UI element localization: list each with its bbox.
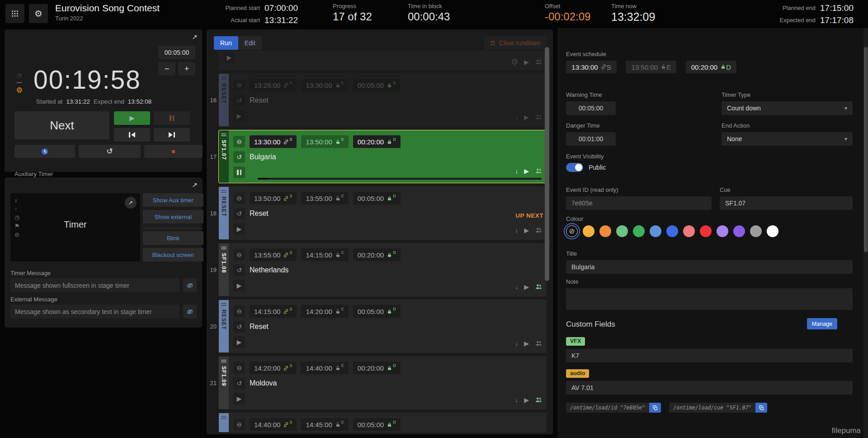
cue-bar[interactable]: RESET bbox=[219, 187, 229, 239]
timer-type-select[interactable]: Count down ▾ bbox=[722, 101, 853, 115]
row-play-button[interactable]: ▶ bbox=[233, 223, 245, 235]
cue-input[interactable] bbox=[720, 196, 853, 210]
add-time-button[interactable]: + bbox=[178, 62, 195, 76]
next-button[interactable]: Next bbox=[14, 111, 109, 139]
row-duration-chip[interactable]: 00:05:00D bbox=[353, 192, 401, 205]
expand-messages-icon[interactable]: ↗ bbox=[192, 181, 198, 189]
row-duration-chip[interactable]: 00:20:00D bbox=[353, 135, 401, 148]
drag-handle-icon[interactable] bbox=[221, 133, 226, 137]
colour-swatch[interactable] bbox=[750, 225, 762, 237]
play-icon[interactable]: ▶ bbox=[524, 396, 529, 404]
rundown-row-partial[interactable]: ⊖ 14:40:00S 14:45:00E 00:05:00D bbox=[207, 413, 547, 433]
blackout-screen-button[interactable]: Blackout screen bbox=[143, 248, 203, 262]
cue-bar[interactable]: SF1.07 bbox=[219, 130, 229, 183]
copy-cue-button[interactable] bbox=[755, 403, 767, 413]
timer-message-input[interactable] bbox=[10, 278, 179, 292]
external-message-input[interactable] bbox=[10, 305, 179, 319]
warning-time-input[interactable] bbox=[566, 101, 616, 115]
drag-handle-icon[interactable] bbox=[221, 302, 226, 307]
row-reload-button[interactable]: ↺ bbox=[233, 95, 245, 106]
external-message-visibility-button[interactable] bbox=[183, 305, 197, 319]
play-icon[interactable]: ▶ bbox=[524, 340, 529, 347]
people-icon[interactable] bbox=[535, 113, 542, 121]
colour-swatch[interactable] bbox=[599, 225, 611, 237]
stop-button[interactable]: ■ bbox=[144, 145, 203, 158]
row-skip-button[interactable]: ⊖ bbox=[233, 419, 245, 430]
blink-button[interactable]: Blink bbox=[143, 231, 203, 245]
cue-bar[interactable]: SF1.08 bbox=[219, 243, 229, 296]
colour-swatch[interactable] bbox=[650, 225, 661, 237]
row-play-button[interactable]: ▶ bbox=[233, 393, 245, 405]
show-external-button[interactable]: Show external bbox=[143, 210, 203, 224]
people-icon[interactable] bbox=[535, 339, 542, 347]
colour-swatch[interactable] bbox=[733, 225, 745, 237]
row-start-chip[interactable]: 14:40:00S bbox=[250, 418, 297, 431]
manage-custom-fields-button[interactable]: Manage bbox=[807, 318, 837, 329]
people-icon[interactable] bbox=[535, 283, 542, 290]
row-end-chip[interactable]: 14:40:00E bbox=[301, 362, 348, 374]
colour-swatch[interactable] bbox=[717, 225, 728, 237]
row-end-chip[interactable]: 13:55:00E bbox=[301, 192, 348, 205]
editor-scrollbar-thumb[interactable] bbox=[864, 47, 868, 252]
row-duration-chip[interactable]: 00:20:00D bbox=[353, 248, 401, 261]
title-input[interactable] bbox=[566, 260, 853, 274]
arrow-down-icon[interactable]: ↓ bbox=[515, 396, 518, 404]
time-mode-button[interactable] bbox=[14, 145, 75, 158]
pause-button[interactable] bbox=[154, 111, 190, 125]
row-skip-button[interactable]: ⊖ bbox=[233, 362, 245, 374]
people-icon[interactable] bbox=[535, 396, 542, 404]
row-reload-button[interactable]: ↺ bbox=[233, 377, 245, 389]
row-start-chip[interactable]: 13:50:00S bbox=[250, 192, 297, 205]
cue-bar[interactable]: SF1.09 bbox=[219, 357, 229, 409]
rundown-row-reset[interactable]: 20 RESET ⊖ 14:15:00S 14:20:00E 00:05:00D… bbox=[207, 300, 547, 353]
skip-previous-button[interactable] bbox=[114, 128, 150, 142]
cue-bar[interactable]: RESET bbox=[219, 300, 229, 352]
row-skip-button[interactable]: ⊖ bbox=[233, 305, 245, 317]
drag-handle-icon[interactable] bbox=[221, 76, 226, 81]
remove-time-button[interactable]: − bbox=[158, 62, 175, 76]
row-play-button[interactable]: ▶ bbox=[223, 52, 235, 63]
row-skip-button[interactable]: ⊖ bbox=[233, 136, 245, 148]
row-reload-button[interactable]: ↺ bbox=[233, 208, 245, 219]
settings-button[interactable]: ⚙ bbox=[29, 4, 48, 23]
rundown-row-netherlands[interactable]: 19 SF1.08 ⊖ 13:55:00S 14:15:00E 00:20:00… bbox=[207, 243, 547, 296]
colour-swatch[interactable] bbox=[583, 225, 594, 237]
play-icon[interactable]: ▶ bbox=[524, 114, 529, 121]
row-end-chip[interactable]: 14:45:00E bbox=[301, 418, 348, 431]
tab-edit[interactable]: Edit bbox=[238, 36, 262, 50]
row-start-chip[interactable]: 13:55:00S bbox=[250, 248, 297, 261]
visibility-toggle[interactable] bbox=[566, 163, 583, 172]
end-action-select[interactable]: None ▾ bbox=[722, 132, 853, 146]
clock-icon[interactable] bbox=[511, 58, 518, 66]
rundown-row-bulgaria[interactable]: 17 SF1.07 ⊖ 13:30:00S 13:50:00E 00:20:00… bbox=[207, 130, 547, 183]
danger-time-input[interactable] bbox=[566, 132, 616, 146]
event-id-input[interactable] bbox=[566, 196, 712, 210]
show-aux-timer-button[interactable]: Show Aux timer bbox=[143, 193, 203, 207]
added-time-display[interactable]: 00:05:00 bbox=[158, 46, 195, 59]
row-play-button[interactable]: ▶ bbox=[233, 110, 245, 122]
play-icon[interactable]: ▶ bbox=[524, 167, 529, 175]
end-time-input[interactable]: 13:50:00 E bbox=[626, 61, 676, 73]
people-icon[interactable] bbox=[535, 226, 542, 234]
colour-swatch[interactable] bbox=[683, 225, 695, 237]
arrow-down-icon[interactable]: ↓ bbox=[515, 227, 518, 234]
rundown-row-partial[interactable]: ▶ ▶ bbox=[207, 51, 547, 70]
arrow-down-icon[interactable]: ↓ bbox=[515, 283, 518, 290]
row-duration-chip[interactable]: 00:05:00D bbox=[353, 418, 401, 431]
rundown-row-moldova[interactable]: 21 SF1.09 ⊖ 14:20:00S 14:40:00E 00:20:00… bbox=[207, 356, 547, 409]
timer-message-visibility-button[interactable] bbox=[183, 278, 197, 292]
colour-swatch[interactable] bbox=[616, 225, 628, 237]
row-skip-button[interactable]: ⊖ bbox=[233, 192, 245, 204]
custom-field-audio-input[interactable] bbox=[566, 381, 853, 395]
row-end-chip[interactable]: 14:20:00E bbox=[301, 305, 348, 318]
colour-swatch[interactable] bbox=[633, 225, 645, 237]
colour-swatch[interactable] bbox=[666, 225, 678, 237]
rundown-row-reset[interactable]: 16 RESET ⊖ 13:25:00S 13:30:00E 00:05:00D… bbox=[207, 73, 547, 127]
row-skip-button[interactable]: ⊖ bbox=[233, 249, 245, 261]
row-end-chip[interactable]: 14:15:00E bbox=[301, 248, 348, 261]
play-icon[interactable]: ▶ bbox=[524, 58, 529, 66]
row-duration-chip[interactable]: 00:20:00D bbox=[353, 362, 401, 374]
row-start-chip[interactable]: 13:30:00S bbox=[250, 135, 297, 148]
row-duration-chip[interactable]: 00:05:00D bbox=[353, 79, 401, 91]
play-icon[interactable]: ▶ bbox=[524, 227, 529, 234]
